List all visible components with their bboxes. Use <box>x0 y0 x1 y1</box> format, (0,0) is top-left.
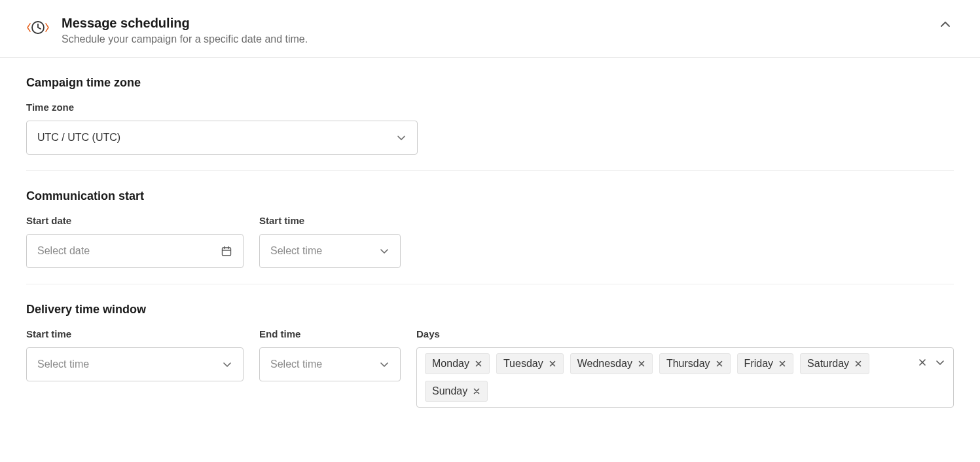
day-tag: Wednesday <box>570 353 653 374</box>
window-start-time-placeholder: Select time <box>37 358 89 370</box>
label-comm-start-time: Start time <box>259 215 401 226</box>
day-tag-label: Thursday <box>666 358 710 370</box>
chevron-down-icon <box>396 132 407 143</box>
comm-start-time-select[interactable]: Select time <box>259 234 401 268</box>
chevron-down-icon <box>379 246 390 256</box>
day-tag-label: Friday <box>744 358 773 370</box>
remove-tag-icon[interactable] <box>549 360 556 368</box>
panel-header-text: Message scheduling Schedule your campaig… <box>62 16 308 45</box>
field-window-start-time: Start time Select time <box>26 328 244 381</box>
field-start-time: Start time Select time <box>259 215 401 268</box>
clear-all-icon[interactable] <box>918 358 927 367</box>
chevron-down-icon <box>379 359 390 370</box>
day-tag-label: Sunday <box>432 385 467 397</box>
window-end-time-select[interactable]: Select time <box>259 347 401 381</box>
timezone-select[interactable]: UTC / UTC (UTC) <box>26 121 418 155</box>
multiselect-controls <box>918 357 945 368</box>
label-days: Days <box>416 328 954 339</box>
field-timezone: Time zone UTC / UTC (UTC) <box>26 102 954 155</box>
remove-tag-icon[interactable] <box>854 360 862 368</box>
days-multiselect[interactable]: MondayTuesdayWednesdayThursdayFridaySatu… <box>416 347 954 408</box>
day-tag: Thursday <box>659 353 731 374</box>
day-tag-label: Monday <box>432 358 469 370</box>
remove-tag-icon[interactable] <box>473 387 481 395</box>
start-date-placeholder: Select date <box>37 245 90 257</box>
day-tag: Friday <box>737 353 793 374</box>
panel-body: Campaign time zone Time zone UTC / UTC (… <box>0 57 980 434</box>
chevron-down-icon <box>222 359 232 370</box>
timezone-value: UTC / UTC (UTC) <box>37 132 120 144</box>
field-start-date: Start date Select date <box>26 215 244 268</box>
day-tag: Monday <box>425 353 490 374</box>
panel-title: Message scheduling <box>62 16 308 31</box>
calendar-icon <box>221 245 232 257</box>
chevron-down-icon[interactable] <box>935 357 945 368</box>
remove-tag-icon[interactable] <box>475 360 482 368</box>
section-timezone: Campaign time zone Time zone UTC / UTC (… <box>26 58 954 171</box>
label-window-end-time: End time <box>259 328 401 339</box>
collapse-toggle[interactable] <box>937 16 954 33</box>
window-end-time-placeholder: Select time <box>270 358 322 370</box>
clock-code-icon <box>26 18 50 37</box>
day-tag-label: Saturday <box>807 358 849 370</box>
section-communication-start: Communication start Start date Select da… <box>26 171 954 284</box>
label-timezone: Time zone <box>26 102 954 113</box>
label-start-date: Start date <box>26 215 244 226</box>
remove-tag-icon[interactable] <box>716 360 723 368</box>
chevron-up-icon <box>939 18 951 30</box>
section-title-timezone: Campaign time zone <box>26 76 954 90</box>
section-title-communication-start: Communication start <box>26 189 954 203</box>
day-tag: Tuesday <box>496 353 564 374</box>
section-title-delivery-window: Delivery time window <box>26 303 954 317</box>
panel-subtitle: Schedule your campaign for a specific da… <box>62 33 308 45</box>
label-window-start-time: Start time <box>26 328 244 339</box>
day-tag: Sunday <box>425 381 488 402</box>
section-delivery-window: Delivery time window Start time Select t… <box>26 284 954 408</box>
window-start-time-select[interactable]: Select time <box>26 347 244 381</box>
field-window-end-time: End time Select time <box>259 328 401 381</box>
svg-rect-1 <box>223 248 231 256</box>
message-scheduling-panel: Message scheduling Schedule your campaig… <box>0 0 980 434</box>
comm-start-time-placeholder: Select time <box>270 245 322 257</box>
day-tag-label: Wednesday <box>577 358 632 370</box>
start-date-input[interactable]: Select date <box>26 234 244 268</box>
day-tag-label: Tuesday <box>503 358 543 370</box>
remove-tag-icon[interactable] <box>778 360 786 368</box>
day-tag: Saturday <box>800 353 869 374</box>
panel-header: Message scheduling Schedule your campaig… <box>0 0 980 57</box>
remove-tag-icon[interactable] <box>638 360 645 368</box>
field-days: Days MondayTuesdayWednesdayThursdayFrida… <box>416 328 954 408</box>
